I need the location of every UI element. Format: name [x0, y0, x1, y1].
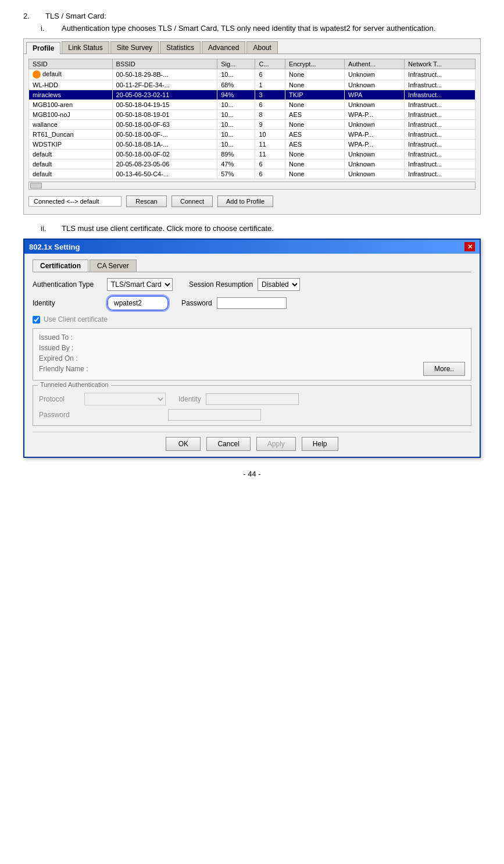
table-cell: Infrastruct...: [405, 110, 476, 120]
table-cell: 8: [255, 110, 285, 120]
cert-info-box: Issued To : Issued By : Expired On : Fri…: [33, 328, 471, 381]
table-cell: None: [285, 69, 345, 80]
table-cell: 11: [255, 140, 285, 150]
table-cell: 10...: [217, 140, 255, 150]
table-cell: 00-50-18-29-8B-...: [112, 69, 217, 80]
site-survey-panel: Profile Link Status Site Survey Statisti…: [23, 38, 481, 215]
table-cell: 00-50-18-04-19-15: [112, 100, 217, 110]
substep-ii-text: TLS must use client certificate. Click m…: [62, 224, 274, 233]
tunneled-inner: Protocol Identity Password: [39, 390, 465, 421]
table-row[interactable]: wallance00-50-18-00-0F-6310...9NoneUnkno…: [29, 120, 476, 130]
table-cell: Unknown: [345, 159, 405, 169]
tunneled-identity-input[interactable]: [206, 393, 299, 405]
identity-input[interactable]: [112, 298, 164, 308]
identity-row: Identity Password: [33, 296, 471, 311]
apply-button[interactable]: Apply: [256, 437, 296, 451]
cert-issued-to-row: Issued To :: [39, 333, 465, 342]
tunneled-password-input[interactable]: [168, 409, 261, 421]
table-row[interactable]: MGB100-noJ00-50-18-08-19-0110...8AESWPA-…: [29, 110, 476, 120]
table-cell: AES: [285, 130, 345, 140]
table-cell: 89%: [217, 150, 255, 159]
table-cell: 10...: [217, 69, 255, 80]
table-cell: Infrastruct...: [405, 150, 476, 159]
table-cell: 00-50-18-08-19-01: [112, 110, 217, 120]
cert-issued-to-label: Issued To :: [39, 333, 97, 342]
table-cell: 00-11-2F-DE-34-...: [112, 80, 217, 90]
tab-advanced[interactable]: Advanced: [202, 41, 245, 54]
use-client-cert-label: Use Client certificate: [44, 315, 108, 323]
ok-button[interactable]: OK: [166, 437, 201, 451]
tab-bar: Profile Link Status Site Survey Statisti…: [24, 39, 480, 54]
table-cell: Infrastruct...: [405, 159, 476, 169]
table-cell: MGB100-noJ: [29, 110, 113, 120]
status-bar: Connected <--> default Rescan Connect Ad…: [28, 193, 476, 209]
table-cell: WPA-P...: [345, 140, 405, 150]
dialog-footer: OK Cancel Apply Help: [33, 432, 471, 451]
password-input[interactable]: [217, 297, 287, 309]
horizontal-scrollbar[interactable]: [28, 182, 476, 190]
tab-statistics[interactable]: Statistics: [160, 41, 201, 54]
tunneled-password-row: Password: [39, 409, 465, 421]
table-cell: Infrastruct...: [405, 130, 476, 140]
table-cell: AES: [285, 110, 345, 120]
identity-highlight: [107, 296, 169, 311]
dialog-tab-certification[interactable]: Certification: [33, 259, 88, 272]
auth-type-select[interactable]: TLS/Smart Card: [107, 278, 173, 291]
table-cell: Unknown: [345, 69, 405, 80]
table-cell: 57%: [217, 169, 255, 179]
table-cell: TKIP: [285, 90, 345, 100]
add-to-profile-button[interactable]: Add to Profile: [217, 195, 273, 207]
dialog-close-button[interactable]: ✕: [464, 242, 475, 251]
table-cell: Unknown: [345, 169, 405, 179]
cancel-button[interactable]: Cancel: [206, 437, 250, 451]
table-cell: default: [29, 159, 113, 169]
table-cell: 20-05-08-23-05-06: [112, 159, 217, 169]
session-select[interactable]: Disabled: [258, 278, 300, 291]
table-cell: 10...: [217, 110, 255, 120]
connect-button[interactable]: Connect: [171, 195, 213, 207]
table-cell: 47%: [217, 159, 255, 169]
table-row[interactable]: miraclews20-05-08-23-02-1194%3TKIPWPAInf…: [29, 90, 476, 100]
table-row[interactable]: default20-05-08-23-05-0647%6NoneUnknownI…: [29, 159, 476, 169]
cert-issued-by-row: Issued By :: [39, 344, 465, 352]
tunneled-protocol-select[interactable]: [84, 393, 166, 406]
dialog-body: Certification CA Server Authentication T…: [24, 254, 480, 457]
table-row[interactable]: WDSTKIP00-50-18-08-1A-...10...11AESWPA-P…: [29, 140, 476, 150]
tab-sitesurvey[interactable]: Site Survey: [110, 41, 159, 54]
table-cell: 20-05-08-23-02-11: [112, 90, 217, 100]
use-client-cert-checkbox[interactable]: [33, 316, 40, 323]
cert-friendly-name-row: Friendly Name : More..: [39, 365, 465, 373]
cert-more-button[interactable]: More..: [423, 362, 465, 376]
table-row[interactable]: MGB100-aren00-50-18-04-19-1510...6NoneUn…: [29, 100, 476, 110]
table-cell: None: [285, 150, 345, 159]
tab-profile[interactable]: Profile: [26, 42, 60, 54]
table-cell: 9: [255, 120, 285, 130]
table-cell: None: [285, 169, 345, 179]
table-row[interactable]: default00-50-18-29-8B-...10...6NoneUnkno…: [29, 69, 476, 80]
table-cell: default: [29, 69, 113, 80]
substep-i-text: Authentication type chooses TLS / Smart …: [62, 24, 435, 33]
tab-about[interactable]: About: [246, 41, 277, 54]
cert-issued-by-label: Issued By :: [39, 344, 97, 352]
cert-friendly-name-label: Friendly Name :: [39, 365, 97, 373]
password-label: Password: [181, 299, 212, 307]
tab-linkstatus[interactable]: Link Status: [62, 41, 109, 54]
table-cell: 68%: [217, 80, 255, 90]
scroll-thumb[interactable]: [30, 183, 42, 189]
table-cell: None: [285, 120, 345, 130]
col-network: Network T...: [405, 59, 476, 69]
table-row[interactable]: default00-50-18-00-0F-0289%11NoneUnknown…: [29, 150, 476, 159]
table-row[interactable]: RT61_Duncan00-50-18-00-0F-...10...10AESW…: [29, 130, 476, 140]
table-cell: MGB100-aren: [29, 100, 113, 110]
help-button[interactable]: Help: [302, 437, 338, 451]
table-cell: AES: [285, 140, 345, 150]
connected-status: Connected <--> default: [28, 196, 121, 207]
table-row[interactable]: WL-HDD00-11-2F-DE-34-...68%1NoneUnknownI…: [29, 80, 476, 90]
dialog-titlebar: 802.1x Setting ✕: [24, 240, 480, 254]
rescan-button[interactable]: Rescan: [126, 195, 167, 207]
dialog-tab-caserver[interactable]: CA Server: [90, 259, 137, 272]
table-row[interactable]: default00-13-46-50-C4-...57%6NoneUnknown…: [29, 169, 476, 179]
tunneled-protocol-label: Protocol: [39, 395, 80, 403]
table-cell: None: [285, 80, 345, 90]
table-cell: Unknown: [345, 120, 405, 130]
